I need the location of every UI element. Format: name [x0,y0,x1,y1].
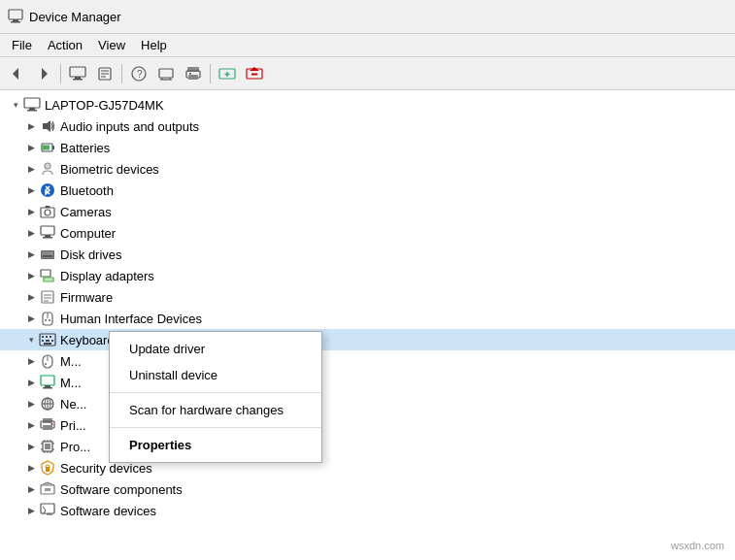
menu-view[interactable]: View [90,36,133,54]
item-label: M... [60,354,82,369]
svg-rect-1 [13,19,18,21]
list-item[interactable]: ▶ Batteries [0,137,735,158]
svg-rect-40 [41,226,54,235]
item-label: M... [60,376,82,390]
svg-rect-70 [45,385,50,387]
printer-icon [39,416,56,434]
svg-rect-61 [50,336,51,338]
audio-icon [39,117,56,135]
item-label: Biometric devices [60,162,159,177]
root-icon [23,96,41,114]
processor-icon [39,438,56,455]
toggle[interactable]: ▶ [23,182,39,198]
toggle[interactable]: ▶ [23,311,39,326]
svg-rect-0 [9,10,22,19]
svg-rect-28 [24,98,40,108]
toggle[interactable]: ▶ [23,140,39,155]
context-menu: Update driver Uninstall device Scan for … [109,331,322,463]
toolbar-sep-2 [121,64,122,83]
root-toggle[interactable]: ▾ [8,97,23,113]
mouse-icon [39,352,56,370]
toggle[interactable]: ▶ [23,161,39,177]
toggle[interactable]: ▶ [23,396,39,412]
item-label: Audio inputs and outputs [60,119,199,134]
network-icon [39,395,56,412]
context-scan-hardware[interactable]: Scan for hardware changes [110,397,321,423]
svg-rect-60 [46,336,48,338]
list-item[interactable]: ▶ Cameras [0,201,735,222]
context-properties[interactable]: Properties [110,432,321,458]
svg-text:?: ? [137,69,143,80]
camera-icon [39,203,56,220]
list-item[interactable]: ▶ Software components [0,478,735,500]
item-label: Display adapters [60,269,154,283]
list-item[interactable]: ▶ Biometric devices [0,158,735,180]
software-components-icon [39,480,56,498]
computer-icon [39,224,56,242]
menu-file[interactable]: File [4,36,40,54]
item-label: Ne... [60,397,86,412]
watermark: wsxdn.com [668,539,727,552]
svg-rect-71 [43,387,52,389]
toggle[interactable]: ▶ [23,417,39,433]
list-item[interactable]: ▶ Disk drives [0,244,735,265]
menu-action[interactable]: Action [40,36,90,54]
tree-root[interactable]: ▾ LAPTOP-GJ57D4MK [0,94,735,115]
list-item[interactable]: ▶ Computer [0,222,735,244]
list-item[interactable]: ▶ Firmware [0,286,735,308]
item-label: Batteries [60,141,110,155]
svg-point-36 [41,183,54,197]
properties-button[interactable] [92,61,117,86]
context-uninstall-device[interactable]: Uninstall device [110,362,321,388]
root-label: LAPTOP-GJ57D4MK [45,98,164,113]
toggle[interactable]: ▶ [23,289,39,305]
disk-icon [39,246,56,263]
add-driver-button[interactable] [215,61,240,86]
back-button[interactable] [4,61,29,86]
svg-rect-20 [188,75,198,80]
toggle[interactable]: ▶ [23,481,39,497]
toggle[interactable]: ▶ [23,375,39,390]
toggle[interactable]: ▶ [23,247,39,262]
computer-button[interactable] [65,61,90,86]
svg-rect-45 [43,255,52,257]
app-icon [8,9,23,24]
biometric-icon [39,160,56,178]
toggle[interactable]: ▶ [23,460,39,476]
list-item[interactable]: ▶ Software devices [0,500,735,521]
menu-help[interactable]: Help [133,36,175,54]
list-item[interactable]: ▶ Bluetooth [0,180,735,201]
list-item[interactable]: ▶ Human Interface Devices [0,308,735,329]
toggle[interactable]: ▶ [23,268,39,283]
software-devices-icon [39,502,56,519]
svg-rect-7 [73,79,83,81]
toggle[interactable]: ▶ [23,225,39,241]
battery-icon [39,139,56,156]
toggle[interactable]: ▾ [23,332,39,347]
svg-marker-4 [42,68,48,80]
print-button[interactable] [181,61,206,86]
toggle[interactable]: ▶ [23,503,39,518]
context-sep-2 [110,427,321,428]
list-item[interactable]: ▶ Audio inputs and outputs [0,115,735,137]
hid-icon [39,310,56,327]
svg-rect-65 [44,343,51,345]
context-update-driver[interactable]: Update driver [110,336,321,362]
scan-button[interactable] [153,61,179,86]
device-tree[interactable]: ▾ LAPTOP-GJ57D4MK ▶ Audio inputs and [0,90,735,560]
toggle[interactable]: ▶ [23,118,39,134]
svg-point-39 [45,210,50,215]
forward-button[interactable] [31,61,56,86]
item-label: Cameras [60,205,112,219]
help-button[interactable]: ? [126,61,151,86]
list-item[interactable]: ▶ Display adapters [0,265,735,286]
toggle[interactable]: ▶ [23,204,39,219]
remove-driver-button[interactable] [242,61,267,86]
toggle[interactable]: ▶ [23,353,39,369]
svg-point-56 [45,319,47,321]
app-title: Device Manager [29,10,121,24]
svg-rect-69 [41,376,54,385]
item-label: Pro... [60,440,90,454]
svg-point-57 [49,319,50,321]
toggle[interactable]: ▶ [23,439,39,454]
